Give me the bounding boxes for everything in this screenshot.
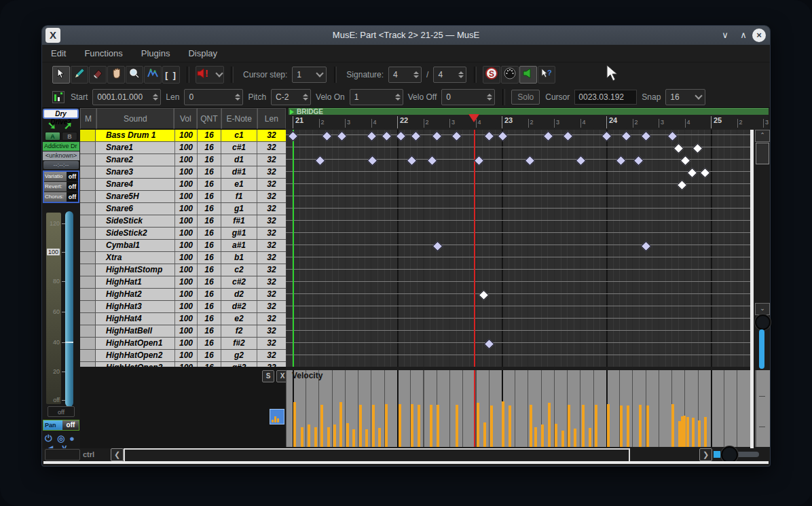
len-cell[interactable]: 32	[257, 325, 286, 337]
qnt-cell[interactable]: 16	[198, 338, 221, 349]
drum-note[interactable]	[700, 168, 711, 179]
scroll-left-button[interactable]: ❮	[111, 448, 124, 461]
mute-cell[interactable]	[80, 142, 96, 153]
drum-row-highhat2[interactable]: HighHat210016d232	[80, 289, 286, 301]
qnt-cell[interactable]: 16	[198, 228, 221, 239]
monitor-icon[interactable]: ●	[69, 433, 75, 444]
route-output-icon[interactable]: ➚	[64, 120, 73, 132]
vol-cell[interactable]: 100	[175, 301, 198, 312]
enote-cell[interactable]: f#2	[221, 338, 257, 349]
vertical-zoom-slider[interactable]	[759, 329, 764, 369]
zoom-tool[interactable]	[126, 66, 143, 84]
drum-note[interactable]	[382, 131, 392, 142]
vol-cell[interactable]: 100	[175, 252, 198, 264]
cursor-step-dropdown[interactable]: 1	[292, 67, 327, 83]
qnt-cell[interactable]: 16	[198, 313, 221, 325]
vol-cell[interactable]: 100	[175, 276, 198, 288]
qnt-cell[interactable]: 16	[198, 154, 221, 166]
column-header-qnt[interactable]: QNT	[197, 108, 221, 129]
qnt-cell[interactable]: 16	[198, 301, 221, 312]
velocity-bar[interactable]	[627, 405, 629, 447]
velocity-panel[interactable]: Velocity	[286, 370, 750, 447]
snap-dropdown[interactable]: 16	[665, 89, 705, 105]
sound-cell[interactable]: HighHatOpen1	[96, 338, 175, 349]
alert-speaker-button[interactable]: !	[196, 66, 224, 84]
mute-cell[interactable]	[80, 350, 96, 361]
drum-note[interactable]	[427, 156, 438, 166]
range-tool[interactable]: [ ]	[162, 66, 180, 84]
velo-off-spinbox[interactable]: 0	[441, 89, 495, 105]
drum-row-sidestick2[interactable]: SideStick210016g#132	[80, 228, 286, 240]
play-events-button[interactable]	[519, 66, 537, 84]
sound-cell[interactable]: Snare1	[96, 142, 175, 153]
len-cell[interactable]: 32	[257, 203, 286, 215]
mute-cell[interactable]	[80, 203, 96, 215]
drum-note[interactable]	[337, 131, 348, 142]
len-cell[interactable]: 32	[257, 215, 286, 227]
drum-note[interactable]	[474, 156, 485, 166]
velocity-bar[interactable]	[548, 403, 551, 447]
splitter-knob[interactable]	[755, 314, 771, 330]
drum-row-bass-drum-1[interactable]: Bass Drum 110016c132	[80, 130, 286, 142]
drum-note[interactable]	[525, 156, 536, 166]
velocity-bar[interactable]	[555, 424, 557, 447]
enote-cell[interactable]: g1	[221, 203, 257, 215]
velocity-bar[interactable]	[595, 405, 597, 447]
drum-note[interactable]	[367, 156, 378, 166]
pitch-spinbox[interactable]: C-2	[271, 89, 311, 105]
controller-select-icon[interactable]	[270, 409, 284, 424]
velocity-bar[interactable]	[568, 405, 570, 447]
qnt-cell[interactable]: 16	[198, 362, 221, 367]
sound-cell[interactable]: HighHat4	[96, 313, 175, 325]
mute-cell[interactable]	[80, 289, 96, 300]
fader-off-button[interactable]: off	[48, 406, 75, 417]
drum-row-snare2[interactable]: Snare210016d132	[80, 154, 286, 166]
playhead-marker[interactable]	[468, 114, 479, 122]
qnt-cell[interactable]: 16	[198, 289, 221, 300]
enote-cell[interactable]: d2	[221, 289, 257, 300]
velocity-bar[interactable]	[671, 404, 674, 447]
vol-cell[interactable]: 100	[175, 142, 198, 153]
drum-row-highhatstomp[interactable]: HighHatStomp10016c232	[80, 264, 286, 276]
mute-cell[interactable]	[80, 313, 96, 325]
velocity-bar[interactable]	[698, 420, 701, 447]
vol-cell[interactable]: 100	[175, 264, 198, 276]
ctrl-button[interactable]: ctrl	[83, 449, 94, 460]
whats-this-button[interactable]: ?	[538, 66, 555, 84]
vscrollbar-thumb[interactable]	[756, 143, 769, 164]
drum-note[interactable]	[432, 131, 443, 142]
enote-cell[interactable]: c1	[221, 130, 257, 141]
enote-cell[interactable]: f#1	[221, 215, 257, 227]
drum-row-snare5h[interactable]: Snare5H10016f132	[80, 191, 286, 203]
scroll-down-button[interactable]: ⌄	[755, 303, 770, 315]
pencil-tool[interactable]	[71, 66, 88, 84]
bar-ruler[interactable]: 2123422234232342423425234	[286, 115, 769, 130]
enote-cell[interactable]: g#2	[221, 362, 257, 367]
velo-on-spinbox[interactable]: 1	[350, 89, 403, 105]
vol-cell[interactable]: 100	[175, 325, 198, 337]
velocity-bar[interactable]	[582, 405, 585, 447]
drum-row-xtra[interactable]: Xtra10016b132	[80, 252, 286, 264]
velocity-bar[interactable]	[418, 405, 420, 447]
velocity-bar[interactable]	[574, 429, 576, 447]
len-cell[interactable]: 32	[257, 179, 286, 190]
solo-button[interactable]: Solo	[511, 90, 540, 105]
velocity-bar[interactable]	[692, 418, 695, 447]
column-header-sound[interactable]: Sound	[96, 108, 174, 129]
synth-name-label[interactable]: Addictive Dr	[43, 142, 79, 151]
drum-note[interactable]	[498, 131, 509, 142]
drum-note[interactable]	[677, 180, 688, 191]
drum-note[interactable]	[543, 131, 554, 142]
drum-note[interactable]	[616, 156, 627, 166]
len-cell[interactable]: 32	[257, 240, 286, 251]
velocity-bar[interactable]	[686, 417, 689, 447]
drum-row-sidestick[interactable]: SideStick10016f#132	[80, 215, 286, 228]
velocity-bar[interactable]	[385, 404, 388, 447]
drum-row-snare6[interactable]: Snare610016g132	[80, 203, 286, 215]
synth-param-row[interactable]: Revert:off	[44, 182, 78, 192]
velocity-bar[interactable]	[437, 405, 439, 447]
panic-button[interactable]: S	[483, 66, 500, 84]
route-input-icon[interactable]: ➘	[48, 120, 56, 132]
signature-den-spinbox[interactable]: 4	[433, 67, 466, 83]
drum-row-snare4[interactable]: Snare410016e132	[80, 179, 286, 191]
